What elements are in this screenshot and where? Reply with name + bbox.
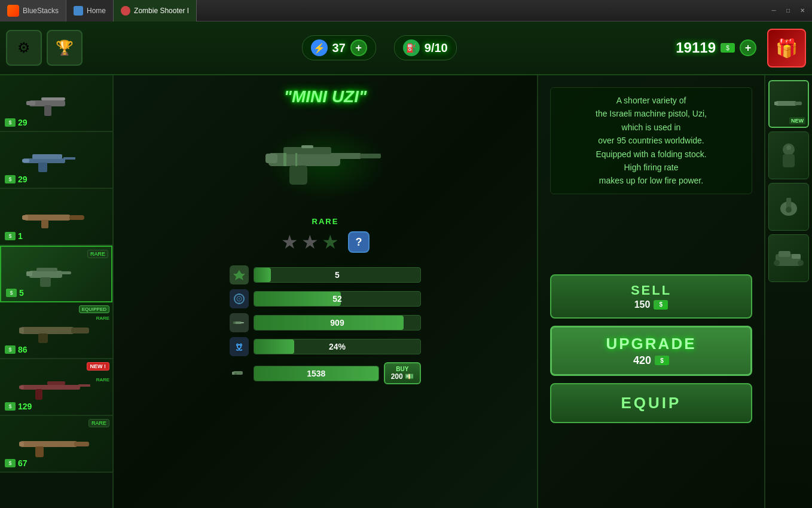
damage-bar: 5: [254, 267, 421, 283]
svg-rect-38: [295, 153, 297, 166]
svg-point-60: [786, 207, 792, 213]
svg-rect-65: [792, 254, 801, 259]
money-plus-button[interactable]: +: [740, 39, 756, 56]
buy-ammo-label: BUY: [396, 366, 408, 372]
weapon-item-3[interactable]: $ 1: [0, 189, 112, 246]
game-tab-icon: [121, 6, 130, 16]
question-button[interactable]: ?: [348, 231, 370, 253]
weapon-item-5[interactable]: $ 86 EQUIPPED RARE: [0, 302, 112, 359]
home-tab-label: Home: [87, 7, 106, 15]
weapon-image-2: [17, 143, 95, 176]
svg-rect-35: [337, 153, 361, 159]
buy-ammo-button[interactable]: BUY 200 💵: [384, 362, 421, 384]
weapon-image-6: [17, 371, 95, 403]
svg-rect-16: [26, 271, 32, 276]
window-controls: ─ □ ✕: [769, 6, 812, 16]
cost-icon-5: $: [5, 345, 16, 354]
mini-card-4[interactable]: [768, 234, 809, 282]
weapon-item-2[interactable]: $ 29: [0, 132, 112, 189]
cost-value-1: 29: [18, 118, 28, 127]
equip-button[interactable]: EQUIP: [550, 383, 752, 423]
weapon-image-4: [17, 258, 95, 290]
svg-rect-27: [20, 441, 77, 447]
weapon-item-4[interactable]: $ 5 RARE: [0, 246, 112, 302]
bluestacks-tab[interactable]: BlueStacks: [0, 0, 66, 22]
cost-icon-7: $: [5, 459, 16, 467]
svg-rect-28: [74, 442, 89, 446]
weapon-display-image: [260, 130, 391, 196]
weapon-item-6[interactable]: $ 129 NEW ! RARE: [0, 359, 112, 416]
star-3: ★: [322, 231, 339, 253]
fuel-value: 9/10: [425, 41, 448, 55]
svg-point-57: [786, 145, 791, 150]
weapon-item-7[interactable]: $ 67 RARE: [0, 416, 112, 473]
svg-rect-31: [268, 153, 340, 166]
accuracy-bar: 52: [254, 291, 421, 307]
lightning-resource: ⚡ 37 +: [302, 35, 376, 60]
rare-badge-7: RARE: [88, 419, 109, 427]
game-tab-label: Zombie Shooter I: [134, 7, 189, 15]
game-tab[interactable]: Zombie Shooter I: [114, 0, 197, 22]
svg-rect-62: [774, 260, 780, 266]
svg-rect-25: [19, 385, 24, 389]
svg-rect-4: [23, 158, 65, 163]
sell-button-cost: 150 $: [634, 299, 668, 310]
ammo-row: 1538 BUY 200 💵: [230, 362, 421, 384]
stars-container: ★ ★ ★ ?: [281, 231, 370, 253]
weapon-description: A shorter variety of the Israeli machine…: [550, 87, 752, 194]
ammo-bar: 1538: [254, 366, 379, 381]
stats-container: 5 52: [230, 265, 421, 356]
weapon-cost-2: $ 29: [5, 175, 28, 184]
weapon-display: [242, 115, 409, 211]
svg-rect-34: [265, 154, 277, 163]
money-value: 19119: [676, 39, 716, 56]
minimize-button[interactable]: ─: [769, 6, 779, 16]
settings-icon[interactable]: ⚙: [6, 30, 42, 66]
sell-cost-value: 150: [634, 299, 651, 310]
lightning-plus-button[interactable]: +: [350, 39, 367, 56]
svg-rect-56: [783, 154, 795, 167]
weapon-cost-1: $ 29: [5, 118, 28, 127]
sell-button-label: SELL: [631, 283, 671, 298]
svg-rect-30: [19, 442, 24, 446]
weapon-image-1: [17, 87, 95, 120]
svg-rect-47: [233, 322, 236, 324]
svg-rect-14: [36, 268, 57, 271]
right-panel: A shorter variety of the Israeli machine…: [537, 75, 764, 508]
chest-button[interactable]: 🎁: [767, 29, 806, 68]
upgrade-cost-value: 420: [633, 354, 651, 367]
accuracy-value: 52: [254, 294, 420, 304]
fuel-resource: ⛽ 9/10: [394, 35, 457, 60]
svg-rect-1: [41, 97, 65, 100]
svg-rect-2: [44, 105, 51, 116]
weapon-rarity: RARE: [312, 217, 339, 226]
cost-value-4: 5: [19, 288, 24, 298]
svg-rect-19: [71, 328, 89, 333]
star-2: ★: [301, 231, 319, 253]
svg-rect-36: [360, 154, 381, 158]
svg-rect-37: [283, 153, 286, 166]
svg-rect-18: [20, 327, 74, 334]
svg-point-42: [239, 298, 240, 299]
upgrade-button[interactable]: UPGRADE 420 $: [550, 326, 752, 376]
mini-card-label-1: NEW: [789, 117, 805, 124]
equipped-badge-5: EQUIPPED: [79, 305, 109, 313]
svg-rect-26: [78, 384, 90, 387]
upgrade-money-icon: $: [655, 356, 669, 365]
mini-card-1[interactable]: NEW: [768, 80, 809, 128]
far-right-panel: NEW: [764, 75, 812, 508]
mini-card-2[interactable]: [768, 131, 809, 179]
svg-rect-54: [774, 102, 778, 105]
trophy-icon[interactable]: 🏆: [47, 30, 83, 66]
weapon-image-3: [17, 200, 95, 233]
mini-card-3[interactable]: [768, 183, 809, 231]
weapon-item-1[interactable]: $ 29: [0, 75, 112, 132]
close-button[interactable]: ✕: [798, 6, 807, 16]
svg-rect-64: [779, 251, 790, 257]
svg-rect-46: [240, 322, 244, 323]
biohazard-icon: [230, 337, 249, 356]
home-tab[interactable]: Home: [66, 0, 114, 22]
equip-button-label: EQUIP: [621, 394, 682, 412]
sell-button[interactable]: SELL 150 $: [550, 274, 752, 319]
maximize-button[interactable]: □: [783, 6, 793, 16]
